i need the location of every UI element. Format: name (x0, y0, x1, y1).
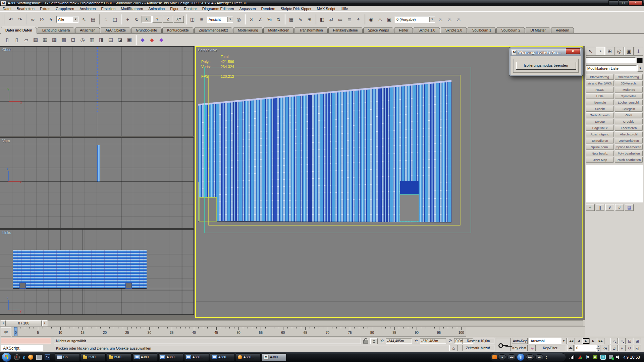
next-frame-slider-button[interactable]: › (42, 320, 47, 326)
viewport-links[interactable]: Links z y (0, 229, 194, 315)
key-filter-button[interactable]: Key-Filter... (537, 345, 566, 351)
selection-filter-dropdown[interactable]: Alle▼ (56, 16, 78, 23)
unlink-selection-icon[interactable]: ∅ (38, 15, 46, 23)
task-button-a380-8[interactable]: MA380... (262, 353, 286, 361)
nvidia-settings-icon[interactable]: ◉ (593, 355, 597, 359)
minimize-button[interactable]: – (608, 0, 618, 6)
tab-datei-und-daten[interactable]: Datei und Daten (1, 27, 37, 34)
wmp-volume-button[interactable]: ◀» (535, 354, 543, 360)
snap-toggle-3d-icon[interactable]: 3 (247, 15, 256, 23)
save-incremental-icon[interactable]: ▧ (59, 36, 68, 44)
zoom-extents-icon[interactable]: ⊡ (626, 338, 633, 344)
tab-licht-und-kamera[interactable]: Licht und Kamera (38, 27, 74, 33)
redo-icon[interactable]: ↷ (16, 15, 24, 23)
menu-figur[interactable]: Figur (167, 7, 181, 11)
spinner-snap-icon[interactable]: ⇅ (274, 15, 283, 23)
wmp-expand-icon[interactable]: ▲▼ (545, 355, 547, 359)
x-coord-field[interactable]: -344,485m (386, 338, 412, 344)
wmp-previous-button[interactable]: ◀◀ (507, 354, 516, 360)
key-mode-dropdown[interactable]: Auswahl ▼ (529, 338, 567, 344)
current-frame-field[interactable]: 0 (575, 345, 596, 351)
menu-datei[interactable]: Datei (0, 7, 14, 11)
time-configuration-icon[interactable]: ◷ (78, 36, 87, 44)
go-to-end-button[interactable]: ▶▶ (597, 338, 604, 344)
safely-remove-icon[interactable] (609, 355, 613, 359)
trackbar-mode-icon[interactable]: ⇄ (1, 327, 11, 337)
timeline-ruler[interactable]: 0510152025303540455055606570758085909510… (12, 327, 466, 337)
modifier-button-sweep[interactable]: Sweep (586, 119, 614, 124)
axis-y-button[interactable]: Y (152, 16, 162, 23)
undo-icon[interactable]: ↶ (7, 15, 15, 23)
selection-lock-icon[interactable] (362, 338, 369, 344)
modify-tab[interactable]: ◔ (596, 47, 605, 55)
modifier-list-dropdown-arrow[interactable]: ▼ (637, 65, 643, 72)
volume-icon[interactable] (616, 355, 621, 359)
open-file-icon[interactable]: ▱ (22, 36, 31, 44)
tab-rendern[interactable]: Rendern (551, 27, 574, 33)
remove-modifier-icon[interactable]: ∂ (615, 204, 624, 211)
tab-space-warps[interactable]: Space Warps (363, 27, 394, 33)
go-to-start-button[interactable]: ◀◀ (568, 338, 575, 344)
modifier-button-pfadverformg[interactable]: Pfadverformg. (586, 74, 614, 80)
spreadsheet-icon[interactable]: ▤ (106, 36, 115, 44)
key-mode-dropdown-arrow[interactable]: ▼ (561, 338, 567, 344)
absolute-mode-icon[interactable]: ⊡ (370, 338, 378, 344)
timer-icon[interactable] (14, 354, 20, 360)
default-in-out-tangents-icon[interactable]: ∿ (529, 345, 536, 351)
exit-isolation-mode-button[interactable]: Isolierungsmodus beenden (516, 62, 576, 70)
mirror-icon[interactable]: ◫ (188, 15, 197, 23)
dialog-title-bar[interactable]: M Warnung: Isolierte Aus... × (511, 49, 581, 56)
previous-frame-button[interactable]: ◀ (575, 338, 582, 344)
tab-modellierung[interactable]: Modellierung (233, 27, 263, 33)
modifier-button-uvw-map[interactable]: UVW-Map (586, 157, 614, 163)
render-production-icon[interactable]: ♨ (436, 15, 445, 23)
preview-window-icon[interactable]: ▥ (88, 36, 96, 44)
input-device-icon[interactable] (600, 355, 606, 360)
manipulate-icon[interactable]: ⌖ (354, 15, 363, 23)
viewport-oben[interactable]: Oben y x (0, 46, 194, 136)
modifier-button-multires[interactable]: MultiRes (615, 87, 643, 93)
tab-soulbourn-1[interactable]: Soulbourn 1 (468, 27, 496, 33)
modifier-button-edgechex[interactable]: EdgeChEx (586, 125, 614, 131)
zoom-all-icon[interactable]: ○ (618, 338, 626, 344)
render-setup-icon[interactable]: ♨ (376, 15, 384, 23)
close-button[interactable]: × (629, 0, 643, 6)
modifier-stack-list[interactable] (586, 165, 643, 202)
new-from-template-icon[interactable]: ▯ (12, 36, 21, 44)
tab-skripte-2-0[interactable]: Skripte 2.0 (441, 27, 467, 33)
object-name-field[interactable] (586, 57, 636, 63)
display-tab[interactable]: ▣ (624, 47, 634, 55)
percent-snap-icon[interactable]: % (265, 15, 274, 23)
menu-skripte-dirk-kipper[interactable]: Skripte Dirk Kipper (278, 7, 314, 11)
maximize-button[interactable]: ▢ (619, 0, 628, 6)
select-and-link-icon[interactable]: ∞ (29, 15, 37, 23)
menu-bearbeiten[interactable]: Bearbeiten (14, 7, 37, 11)
modifier-button-normale[interactable]: Normale (586, 100, 614, 105)
modifier-button-h-lle[interactable]: Hülle (586, 93, 614, 99)
wmp-stop-button[interactable]: ■ (498, 354, 506, 360)
gpu-monitor-icon[interactable] (578, 355, 583, 359)
next-frame-button[interactable]: ▶ (590, 338, 597, 344)
modifier-button-spline-bearbeiten[interactable]: Spline bearbeiten (615, 144, 643, 150)
modifier-button-oberflverformg[interactable]: Oberflverformg. (615, 74, 643, 80)
task-button-a380-3[interactable]: A380... (132, 353, 157, 361)
tab-di-master[interactable]: DI Master (526, 27, 550, 33)
axonometric-gem-icon[interactable]: ◆ (138, 36, 147, 44)
modifier-button-glatt[interactable]: Glatt (615, 112, 643, 118)
menu-rendern[interactable]: Rendern (259, 7, 278, 11)
viewport-vorn[interactable]: Vorn z x (0, 137, 194, 229)
task-button-a380-5[interactable]: A380... (184, 353, 209, 361)
start-button[interactable] (2, 352, 11, 362)
select-and-move-icon[interactable]: + (123, 15, 132, 23)
modifier-button-greeble[interactable]: Greeble (615, 119, 643, 124)
render-iterative-icon[interactable]: ♨ (445, 15, 454, 23)
axis-xy-button[interactable]: XY (174, 16, 184, 23)
rendered-frame-window-icon[interactable]: ▣ (385, 15, 393, 23)
modifier-button-3d-versch[interactable]: 3D-Versch. (615, 80, 643, 86)
field-of-view-icon[interactable]: ⊿ (610, 345, 618, 351)
menu-animation[interactable]: Animation (146, 7, 167, 11)
modifier-button-patch-bearbeiten[interactable]: Patch bearbeiten (615, 157, 643, 163)
maximize-viewport-icon[interactable]: ◱ (634, 345, 641, 351)
tab-konturobjekte[interactable]: Konturobjekte (162, 27, 194, 33)
modifier-button-abschr-profil[interactable]: Abschr.profil (615, 131, 643, 137)
